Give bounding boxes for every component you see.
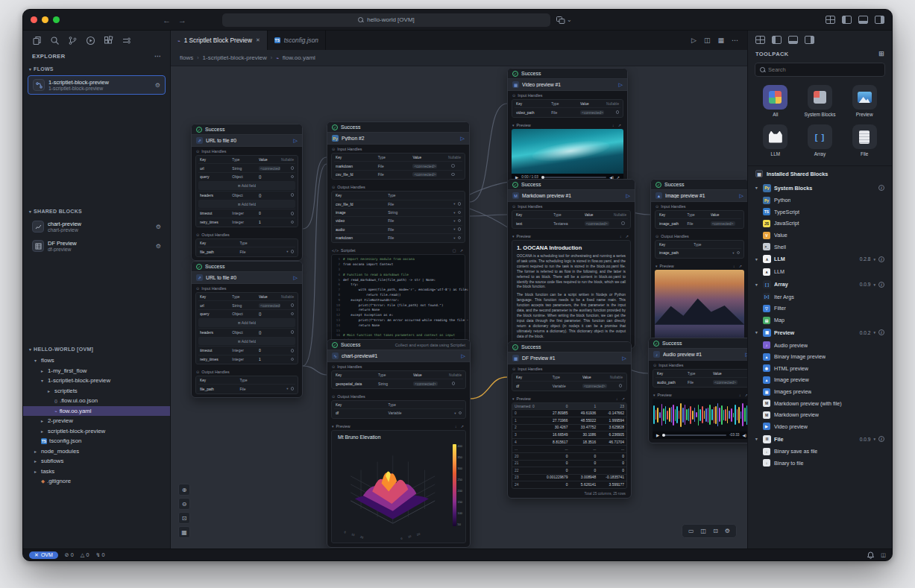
nullable-toggle[interactable] <box>283 303 294 307</box>
handle-row[interactable]: url String <connected> <box>198 163 295 171</box>
block-item[interactable]: Py Python <box>748 195 892 206</box>
tab-scriptlet-block-preview[interactable]: ⌁ 1 Scriptlet Block Preview ✕ <box>171 31 268 50</box>
handle-row[interactable]: csv_file_fdFile ▾ <box>334 200 462 208</box>
ports-indicator[interactable]: ↯0 <box>95 551 104 558</box>
block-item[interactable]: ∧ LLM <box>748 266 892 278</box>
source-control-icon[interactable] <box>68 36 78 45</box>
layout-sidebar-right-icon[interactable] <box>875 16 884 24</box>
ovm-badge[interactable]: ✕ OVM <box>29 551 58 559</box>
category-llm[interactable]: LLM <box>754 121 797 159</box>
volume-icon[interactable]: ◀) <box>742 433 746 437</box>
version-label[interactable]: 0.0.2 <box>860 330 871 335</box>
tree-item-scriptlet-block-preview-2[interactable]: ▸scriptlet-block-preview <box>23 426 170 437</box>
nullable-toggle[interactable] <box>458 235 462 240</box>
block-item[interactable]: JS JavaScript <box>748 218 892 230</box>
handle-row[interactable]: timeout Integer 0 <box>198 346 295 354</box>
preview-label[interactable]: ▾Preview↓ ↗ <box>649 391 747 399</box>
back-icon[interactable]: ← <box>163 16 171 25</box>
category-array[interactable]: [ ] Array <box>799 121 842 159</box>
handle-row[interactable]: audio_pathFile <connected> <box>655 377 747 385</box>
tree-item-flow-oo-yaml[interactable]: ⌁flow.oo.yaml <box>23 406 170 417</box>
tree-item-tsconfig[interactable]: TStsconfig.json <box>23 436 170 446</box>
nullable-toggle[interactable] <box>291 387 295 391</box>
run-node-icon[interactable]: ▷ <box>740 193 743 199</box>
block-item[interactable]: M Markdown preview (with file) <box>748 397 892 409</box>
shared-blocks-section-header[interactable]: ▾ SHARED BLOCKS <box>23 206 170 217</box>
nullable-toggle[interactable] <box>609 384 622 388</box>
handle-row[interactable]: markdownFile ▾ <box>334 233 462 241</box>
node-title-bar[interactable]: ▦ Video preview #1 ▷ <box>508 78 627 91</box>
run-node-icon[interactable]: ▷ <box>619 82 623 88</box>
breadcrumb[interactable]: flows › 1-scriptlet-block-preview › ⌁ fl… <box>171 50 747 66</box>
nullable-toggle[interactable] <box>458 210 462 215</box>
gear-icon[interactable]: ⚙ <box>155 82 160 89</box>
nullable-toggle[interactable] <box>458 202 462 206</box>
panel-bottom-icon[interactable] <box>788 36 798 44</box>
video-player[interactable]: ▶ 0:00 / 1:03 ◀) ↗ <box>512 129 623 181</box>
bell-icon[interactable] <box>867 551 874 559</box>
markdown-preview-content[interactable]: 1. OOCANA Introduction OOCANA is a sched… <box>512 240 631 344</box>
section-header[interactable]: ▾ ▣ Preview 0.0.2 ▾ i <box>748 326 892 339</box>
expand-code-icon[interactable]: ▢ ↗ <box>453 248 465 253</box>
split-editor-icon[interactable]: ◫ <box>704 37 711 44</box>
node-url-to-file-1[interactable]: ✓Success ⇗ URL to file #0 ▷ ⊙Input Handl… <box>191 124 303 261</box>
preview-label[interactable]: ▾Preview↓ ↗ <box>508 121 627 129</box>
node-markdown-preview[interactable]: ✓Success M Markdown preview #1 ▷ ⊙Input … <box>507 179 635 349</box>
node-title-bar[interactable]: ♪ Audio preview #1 ▷ <box>649 348 747 361</box>
close-tab-icon[interactable]: ✕ <box>256 37 260 43</box>
handle-row[interactable]: image_pathFile <connected> <box>658 218 741 227</box>
tab-tsconfig[interactable]: TS tsconfig.json <box>268 31 326 50</box>
preview-actions-icons[interactable]: ↓ ↗ <box>612 123 623 127</box>
audio-player[interactable]: ▶ -03:33 ◀) <box>653 399 747 439</box>
run-node-icon[interactable]: ▷ <box>626 193 630 199</box>
handle-row[interactable]: headers Object {} <box>198 328 295 336</box>
nullable-toggle[interactable] <box>737 250 741 255</box>
run-node-icon[interactable]: ▷ <box>294 275 298 281</box>
nullable-toggle[interactable] <box>611 221 625 225</box>
handle-row[interactable]: timeout Integer 0 <box>198 209 295 217</box>
dataframe-table[interactable]: Unnamed: 00123 027.8098549.61936-0.14766… <box>512 402 627 489</box>
node-title-bar[interactable]: ⇗ URL to file #0 ▷ <box>192 134 302 147</box>
output-handles-label[interactable]: ⊙Output Handles <box>192 367 302 376</box>
run-node-icon[interactable]: ▷ <box>294 138 298 144</box>
handle-row[interactable]: Add field <box>198 318 295 326</box>
nullable-toggle[interactable] <box>283 330 294 334</box>
version-label[interactable]: 0.0.9 <box>860 437 871 442</box>
nullable-toggle[interactable] <box>291 250 295 254</box>
node-chart-preview[interactable]: ✓SuccessCollect and export data using Sc… <box>327 339 471 548</box>
run-node-icon[interactable]: ▷ <box>623 355 626 361</box>
breadcrumb-flows[interactable]: flows <box>180 54 193 61</box>
block-item[interactable]: ▶ Video preview <box>748 421 892 433</box>
section-header[interactable]: ▾ [ ] Array 0.0.9 ▾ i <box>748 278 892 291</box>
nullable-toggle[interactable] <box>283 193 294 197</box>
handle-row[interactable]: file_path File ▾ <box>198 384 295 392</box>
nullable-toggle[interactable] <box>283 175 294 179</box>
info-icon[interactable]: i <box>878 329 884 335</box>
preview-actions-icons[interactable]: ↓ ↗ <box>620 234 630 238</box>
block-item[interactable]: ▽ Filter <box>748 303 892 314</box>
handle-row[interactable]: video_pathFile <connected> <box>515 107 620 116</box>
gear-icon[interactable]: ⚙ <box>156 243 161 250</box>
preview-actions-icons[interactable]: ↓ ↗ <box>455 424 465 429</box>
zoom-in-icon[interactable]: ⊕ <box>178 484 190 496</box>
files-icon[interactable] <box>32 36 42 45</box>
node-title-bar[interactable]: M Markdown preview #1 ▷ <box>508 189 635 202</box>
section-header[interactable]: ▾ Py System Blocks i <box>748 181 892 195</box>
block-item[interactable]: ▤ Map <box>748 314 892 326</box>
node-title-bar[interactable]: ▦ DF Preview #1 ▷ <box>508 352 631 364</box>
session-switcher[interactable]: ⌄ <box>556 16 572 24</box>
preview-label[interactable]: ▾Preview↓ ↗ <box>651 262 747 270</box>
handle-row[interactable]: Add field <box>198 337 295 345</box>
run-node-icon[interactable]: ▷ <box>462 353 465 359</box>
handle-row[interactable]: dfVariable ▾ <box>334 408 463 417</box>
fit-view-icon[interactable]: ⊡ <box>178 512 190 524</box>
preview-actions-icons[interactable]: ↓ ↗ <box>616 396 626 401</box>
forward-icon[interactable]: → <box>178 16 186 25</box>
nullable-toggle[interactable] <box>439 164 454 168</box>
section-header[interactable]: ▾ ∧ LLM 0.2.8 ▾ i <box>748 253 892 266</box>
seek-bar[interactable] <box>662 434 726 436</box>
handle-row[interactable]: audioFile ▾ <box>334 225 462 233</box>
node-python[interactable]: ✓Success Py Python #2 ▷ ⊙Input Handles K… <box>327 121 470 361</box>
titlebar-search[interactable]: hello-world [OVM] <box>222 13 550 27</box>
breadcrumb-file[interactable]: flow.oo.yaml <box>283 54 315 61</box>
